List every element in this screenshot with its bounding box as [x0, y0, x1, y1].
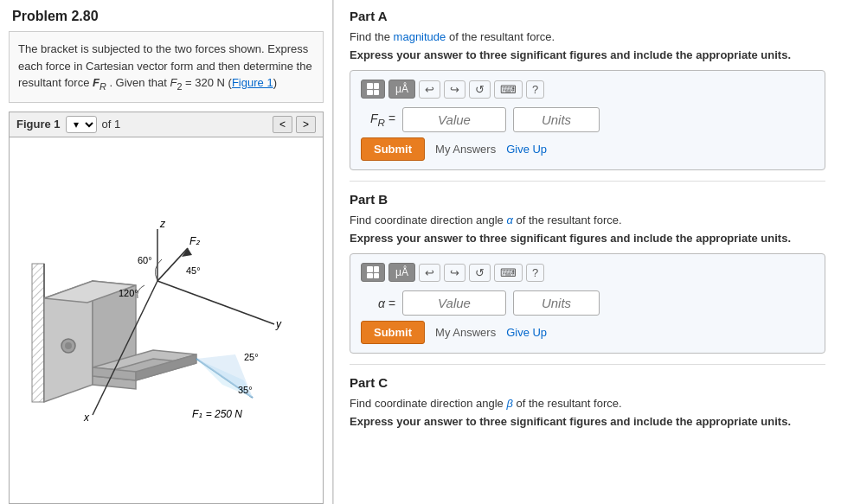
mu-symbol-a: μÅ	[395, 83, 408, 95]
redo-btn-b[interactable]: ↪	[444, 264, 465, 282]
part-c-instruction: Find coordinate direction angle β of the…	[350, 397, 825, 410]
part-b-input-label: α =	[361, 297, 395, 310]
mu-btn-b[interactable]: μÅ	[388, 263, 415, 282]
part-a-title: Part A	[350, 9, 825, 23]
part-a-toolbar: μÅ ↩ ↪ ↺ ⌨ ?	[361, 80, 814, 99]
svg-line-19	[157, 248, 188, 281]
figure-label: Figure 1	[16, 118, 61, 131]
part-a-units-input[interactable]	[513, 107, 600, 132]
refresh-icon-b: ↺	[475, 266, 485, 279]
figure-1-link[interactable]: Figure 1	[232, 76, 273, 89]
part-a-submit-btn[interactable]: Submit	[361, 137, 425, 161]
help-btn-a[interactable]: ?	[526, 80, 544, 99]
keyboard-icon-a: ⌨	[500, 83, 517, 96]
part-b-units-input[interactable]	[513, 290, 600, 316]
part-b-toolbar: μÅ ↩ ↪ ↺ ⌨ ?	[361, 263, 814, 282]
z-axis-label: z	[159, 218, 166, 230]
undo-btn-a[interactable]: ↩	[419, 80, 440, 99]
help-icon-b: ?	[532, 266, 538, 279]
keyboard-btn-b[interactable]: ⌨	[494, 264, 523, 282]
figure-prev-btn[interactable]: <	[273, 116, 292, 133]
part-a-instruction: Find the magnitude of the resultant forc…	[350, 30, 825, 43]
part-b-instruction: Find coordinate direction angle α of the…	[350, 214, 825, 226]
part-c-bold-instruction: Express your answer to three significant…	[350, 415, 825, 428]
figure-next-btn[interactable]: >	[296, 116, 316, 133]
part-a-my-answers[interactable]: My Answers	[435, 143, 496, 156]
part-b-bold-instruction: Express your answer to three significant…	[350, 232, 825, 245]
part-bc-separator	[350, 364, 825, 365]
svg-point-11	[65, 342, 72, 349]
refresh-icon-a: ↺	[475, 83, 485, 96]
part-b-submit-btn[interactable]: Submit	[361, 321, 425, 344]
refresh-btn-a[interactable]: ↺	[469, 80, 491, 99]
right-panel: Part A Find the magnitude of the resulta…	[333, 0, 841, 504]
f2-label: F₂	[189, 235, 201, 247]
part-b-give-up[interactable]: Give Up	[506, 326, 547, 339]
part-b-highlight: α	[506, 214, 512, 226]
angle-120: 120°	[119, 288, 138, 298]
part-b-submit-row: Submit My Answers Give Up	[361, 321, 814, 344]
part-a-bold-instruction: Express your answer to three significant…	[350, 48, 825, 61]
help-btn-b[interactable]: ?	[526, 264, 544, 282]
part-a-input-row: FR =	[361, 107, 814, 132]
problem-description: The bracket is subjected to the two forc…	[9, 31, 324, 103]
undo-btn-b[interactable]: ↩	[419, 264, 440, 282]
undo-icon-b: ↩	[425, 266, 434, 279]
undo-icon-a: ↩	[425, 83, 434, 96]
refresh-btn-b[interactable]: ↺	[469, 264, 491, 282]
keyboard-btn-a[interactable]: ⌨	[494, 80, 523, 99]
part-a: Part A Find the magnitude of the resulta…	[350, 9, 825, 170]
figure-toolbar: Figure 1 ▾ of 1 < >	[10, 112, 323, 137]
f1-label: F₁ = 250 N	[192, 408, 242, 420]
figure-of: of 1	[102, 118, 121, 131]
part-b: Part B Find coordinate direction angle α…	[350, 192, 825, 354]
help-icon-a: ?	[532, 83, 538, 96]
grid-btn-a[interactable]	[361, 80, 385, 99]
part-b-value-input[interactable]	[402, 290, 506, 316]
angle-45: 45°	[186, 265, 201, 276]
y-axis-label: y	[275, 318, 282, 330]
part-a-value-input[interactable]	[402, 107, 506, 132]
part-b-title: Part B	[350, 192, 825, 207]
part-ab-separator	[350, 181, 825, 182]
keyboard-icon-b: ⌨	[500, 266, 517, 279]
part-a-submit-row: Submit My Answers Give Up	[361, 137, 814, 161]
x-axis-label: x	[83, 411, 90, 424]
part-a-answer-box: μÅ ↩ ↪ ↺ ⌨ ? FR =	[350, 70, 825, 170]
description-text: The bracket is subjected to the two forc…	[18, 42, 312, 89]
part-c: Part C Find coordinate direction angle β…	[350, 375, 825, 428]
figure-content: z y x F₂ 60° 45° 120°	[10, 137, 323, 503]
part-a-give-up[interactable]: Give Up	[506, 143, 547, 156]
mu-symbol-b: μÅ	[395, 266, 408, 278]
redo-icon-b: ↪	[450, 266, 459, 279]
angle-35: 35°	[238, 385, 253, 395]
grid-icon-a	[367, 83, 379, 95]
part-c-highlight: β	[506, 397, 512, 410]
grid-btn-b[interactable]	[361, 263, 385, 282]
part-b-input-row: α =	[361, 290, 814, 316]
part-b-answer-box: μÅ ↩ ↪ ↺ ⌨ ? α =	[350, 253, 825, 354]
figure-select[interactable]: ▾	[66, 116, 97, 133]
svg-rect-1	[32, 264, 44, 402]
redo-btn-a[interactable]: ↪	[444, 80, 465, 99]
figure-container: Figure 1 ▾ of 1 < >	[9, 112, 324, 504]
grid-icon-b	[367, 266, 379, 278]
problem-title: Problem 2.80	[0, 0, 332, 31]
figure-svg: z y x F₂ 60° 45° 120°	[23, 212, 309, 428]
redo-icon-a: ↪	[450, 83, 459, 96]
part-b-my-answers[interactable]: My Answers	[435, 326, 496, 339]
part-c-title: Part C	[350, 375, 825, 390]
angle-60: 60°	[138, 255, 152, 265]
part-a-input-label: FR =	[361, 112, 395, 128]
svg-line-17	[157, 281, 274, 324]
part-a-highlight: magnitude	[394, 30, 446, 43]
angle-25: 25°	[244, 352, 259, 362]
mu-btn-a[interactable]: μÅ	[388, 80, 415, 99]
